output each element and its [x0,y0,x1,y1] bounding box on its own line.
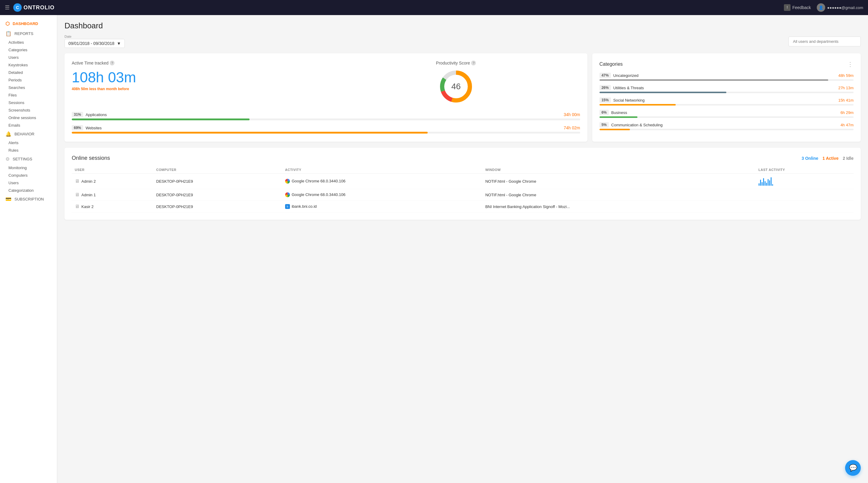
donut-chart: 46 [438,68,474,104]
active-time-section: Active Time tracked ? 108h 03m 408h 50m … [72,61,320,91]
cards-row: Active Time tracked ? 108h 03m 408h 50m … [64,53,861,142]
sidebar-item-subscription[interactable]: 💳 SUBSCRIPTION [0,194,57,204]
time-diff: 408h 50m less than month before [72,87,320,91]
cat-pct-social: 15% [599,97,611,103]
productivity-section: Productivity Score ? [332,61,580,104]
cat-time-utilities: 27h 13m [838,86,854,90]
active-time-help-icon[interactable]: ? [110,61,115,65]
applications-pct: 31% [72,112,83,117]
productivity-help-icon[interactable]: ? [471,61,476,65]
websites-bar-track [72,132,580,133]
sidebar-item-emails[interactable]: Emails [0,121,57,129]
websites-label: Websites [86,126,101,130]
subscription-icon: 💳 [5,196,11,202]
users-filter-input[interactable] [788,36,861,47]
avatar: 👤 [817,3,825,12]
feedback-button[interactable]: ! Feedback [784,4,811,11]
categories-more-button[interactable]: ⋮ [847,61,854,68]
stats-card: Active Time tracked ? 108h 03m 408h 50m … [64,53,587,142]
sidebar-item-users-settings[interactable]: Users [0,179,57,187]
date-row: Date 09/01/2018 - 09/30/2018 ▼ [64,35,861,48]
bni-icon: b [285,204,290,209]
col-computer: COMPUTER [153,166,282,174]
chat-fab-button[interactable]: 💬 [845,460,861,476]
topnav-right: ! Feedback 👤 ●●●●●●@gmail.com [784,3,863,12]
websites-bar-row: 69% Websites 74h 02m [72,125,580,133]
sidebar-item-rules[interactable]: Rules [0,147,57,154]
table-row[interactable]: 🖥Kasir 2 DESKTOP-0PH21E9 bibank.bni.co.i… [72,201,854,213]
main-content: Dashboard Date 09/01/2018 - 09/30/2018 ▼ [57,15,868,483]
sidebar-item-searches[interactable]: Searches [0,84,57,91]
sidebar-settings-label: SETTINGS [13,157,32,161]
topnav-left: ☰ C ONTROLIO [5,3,55,12]
active-time-value: 108h 03m [72,69,320,86]
row3-user: 🖥Kasir 2 [72,201,153,213]
col-window: WINDOW [482,166,755,174]
row3-computer: DESKTOP-0PH21E9 [153,201,282,213]
sidebar-item-files[interactable]: Files [0,91,57,99]
sidebar-item-activities[interactable]: Activities [0,38,57,46]
sidebar-item-settings[interactable]: ⚙ SETTINGS [0,154,57,164]
dashboard-icon: ⬡ [5,21,10,27]
sidebar-item-keystrokes[interactable]: Keystrokes [0,61,57,69]
row1-computer: DESKTOP-0PH21E9 [153,174,282,189]
sessions-header: Online sessions 3 Online 1 Active 2 Idle [72,155,854,161]
user-menu[interactable]: 👤 ●●●●●●@gmail.com [817,3,863,12]
row2-user: 🖥Admin 1 [72,189,153,201]
sidebar-item-behavior[interactable]: 🔔 BEHAVIOR [0,129,57,139]
cat-time-uncategorized: 48h 59m [838,73,854,78]
feedback-label: Feedback [792,5,811,10]
sidebar-item-periods[interactable]: Periods [0,76,57,84]
sidebar-item-dashboard[interactable]: ⬡ DASHBOARD [0,19,57,29]
sidebar-item-screenshots[interactable]: Screenshots [0,107,57,114]
topnav: ☰ C ONTROLIO ! Feedback 👤 ●●●●●●@gmail.c… [0,0,868,15]
sessions-idle-count: 2 Idle [843,156,854,161]
table-row[interactable]: 🖥Admin 2 DESKTOP-0PH21E9 Google Chrome 6… [72,174,854,189]
active-time-label: Active Time tracked ? [72,61,320,65]
hamburger-icon[interactable]: ☰ [5,4,10,11]
applications-label: Applications [86,113,107,117]
productivity-score: 46 [451,82,461,91]
sidebar-item-alerts[interactable]: Alerts [0,139,57,147]
cat-item-utilities: 26% Utilities & Threats 27h 13m [599,85,854,93]
row3-activity: bibank.bni.co.id [282,201,482,213]
table-row[interactable]: 🖥Admin 1 DESKTOP-0PH21E9 Google Chrome 6… [72,189,854,201]
cat-name-communication: Communication & Scheduling [611,123,663,127]
page-title: Dashboard [64,21,861,30]
sidebar-item-categorization[interactable]: Categorization [0,187,57,194]
cat-item-uncategorized: 47% Uncategorized 48h 59m [599,73,854,81]
feedback-icon: ! [784,4,790,11]
cat-pct-uncategorized: 47% [599,73,611,78]
cat-item-business: 6% Business 6h 29m [599,110,854,118]
cat-time-social: 15h 41m [838,98,854,102]
cat-name-social: Social Networking [613,98,645,102]
sidebar-item-computers[interactable]: Computers [0,172,57,179]
behavior-icon: 🔔 [5,131,11,137]
sidebar-item-categories[interactable]: Categories [0,46,57,54]
sidebar-item-users[interactable]: Users [0,54,57,61]
chevron-down-icon: ▼ [117,41,121,46]
row1-window: NOTIF.html - Google Chrome [482,174,755,189]
sessions-online-count: 3 Online [802,156,818,161]
app-web-bars: 31% Applications 34h 00m 69% [72,112,580,133]
sessions-section: Online sessions 3 Online 1 Active 2 Idle… [64,148,861,220]
sidebar: ⬡ DASHBOARD 📋 REPORTS Activities Categor… [0,15,57,483]
sidebar-item-online-sessions[interactable]: Online sessions [0,114,57,121]
row3-last-activity [755,201,854,213]
cat-name-business: Business [611,110,627,115]
mini-chart [758,177,850,186]
sidebar-item-sessions[interactable]: Sessions [0,99,57,107]
applications-time: 34h 00m [564,112,580,117]
categories-header: Categories ⋮ [599,61,854,68]
date-selector[interactable]: 09/01/2018 - 09/30/2018 ▼ [64,39,125,48]
col-user: USER [72,166,153,174]
logo[interactable]: C ONTROLIO [13,3,55,12]
sidebar-item-reports[interactable]: 📋 REPORTS [0,29,57,38]
row2-activity: Google Chrome 68.0.3440.106 [282,189,482,201]
row1-activity: Google Chrome 68.0.3440.106 [282,174,482,189]
sidebar-item-detailed[interactable]: Detailed [0,69,57,76]
chat-icon: 💬 [849,464,857,472]
cat-pct-business: 6% [599,110,609,115]
sidebar-item-monitoring[interactable]: Monitoring [0,164,57,172]
cat-name-utilities: Utilities & Threats [613,86,644,90]
